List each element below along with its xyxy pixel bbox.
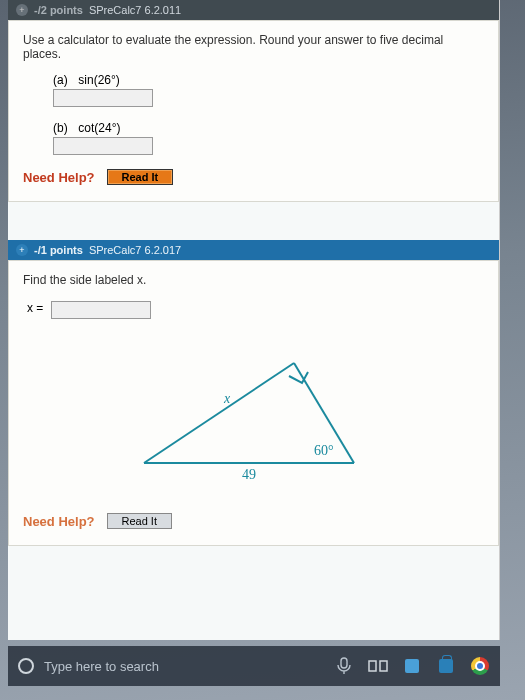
chrome-icon[interactable]: [470, 656, 490, 676]
q1-body: Use a calculator to evaluate the express…: [8, 20, 499, 202]
need-help-label: Need Help?: [23, 514, 95, 529]
svg-line-1: [144, 363, 294, 463]
q2-body: Find the side labeled x. x = x 60° 49 Ne…: [8, 260, 499, 546]
q2-source: SPreCalc7 6.2.017: [89, 244, 181, 256]
part-b-input[interactable]: [53, 137, 153, 155]
q2-header: + -/1 points SPreCalc7 6.2.017: [8, 240, 499, 260]
q2-answer-row: x =: [27, 299, 484, 319]
search-placeholder: Type here to search: [44, 659, 159, 674]
triangle-svg: x 60° 49: [124, 343, 384, 483]
tri-angle-label: 60°: [314, 443, 334, 458]
svg-rect-4: [369, 661, 376, 671]
q1-part-b: (b) cot(24°): [53, 121, 484, 155]
taskbar-icons: [334, 656, 490, 676]
q1-need-help: Need Help? Read It: [23, 169, 484, 185]
triangle-figure: x 60° 49: [23, 343, 484, 483]
tri-x-label: x: [223, 391, 231, 406]
part-b-expr: cot(24°): [78, 121, 120, 135]
part-a-expr: sin(26°): [78, 73, 119, 87]
part-a-label: (a): [53, 73, 75, 87]
read-it-button[interactable]: Read It: [107, 513, 172, 529]
q1-source: SPreCalc7 6.2.011: [89, 4, 181, 16]
store-icon[interactable]: [436, 656, 456, 676]
svg-rect-3: [341, 658, 347, 668]
q2-need-help: Need Help? Read It: [23, 513, 484, 529]
task-view-icon[interactable]: [368, 656, 388, 676]
need-help-label: Need Help?: [23, 170, 95, 185]
taskbar: Type here to search: [8, 646, 500, 686]
q2-points: -/1 points: [34, 244, 83, 256]
x-input[interactable]: [51, 301, 151, 319]
x-equals-label: x =: [27, 301, 43, 315]
q1-part-a: (a) sin(26°): [53, 73, 484, 107]
q1-prompt: Use a calculator to evaluate the express…: [23, 33, 484, 61]
svg-rect-5: [380, 661, 387, 671]
expand-icon[interactable]: +: [16, 4, 28, 16]
app-icon[interactable]: [402, 656, 422, 676]
tri-base-label: 49: [242, 467, 256, 482]
part-b-label: (b): [53, 121, 75, 135]
read-it-button[interactable]: Read It: [107, 169, 174, 185]
taskbar-search[interactable]: Type here to search: [18, 658, 322, 674]
part-a-input[interactable]: [53, 89, 153, 107]
q1-points: -/2 points: [34, 4, 83, 16]
mic-icon[interactable]: [334, 656, 354, 676]
expand-icon[interactable]: +: [16, 244, 28, 256]
cortana-icon: [18, 658, 34, 674]
page-content: + -/2 points SPreCalc7 6.2.011 Use a cal…: [8, 0, 500, 640]
q1-header: + -/2 points SPreCalc7 6.2.011: [8, 0, 499, 20]
q2-prompt: Find the side labeled x.: [23, 273, 484, 287]
